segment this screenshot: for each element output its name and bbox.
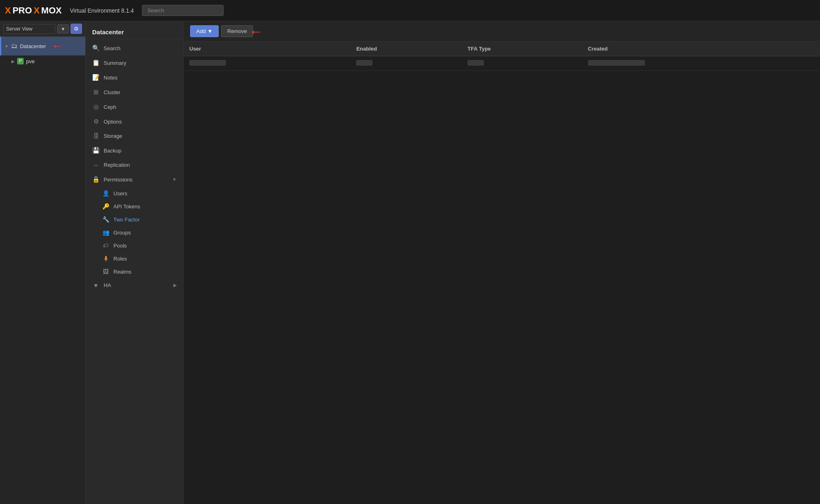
nav-item-storage[interactable]: 🗄 Storage (86, 129, 183, 143)
ha-chevron-right-icon: ▶ (173, 283, 177, 288)
nav-ha-label: HA (104, 282, 111, 288)
nav-options-label: Options (104, 119, 122, 125)
realms-nav-icon: 🖼 (102, 268, 109, 275)
col-enabled: Enabled (350, 42, 462, 56)
tfa-type-placeholder (468, 60, 484, 66)
left-sidebar: Server View ▼ ⚙ ▼ 🗂 Datacenter ← ▶ P pve (0, 21, 86, 504)
nav-summary-label: Summary (104, 60, 126, 66)
subnav-item-realms[interactable]: 🖼 Realms (86, 265, 183, 278)
datacenter-chevron-icon: ▼ (4, 44, 9, 49)
nav-item-replication[interactable]: ↔ Replication (86, 158, 183, 172)
nav-roles-label: Roles (113, 256, 127, 262)
toolbar-arrow-indicator: ← (249, 23, 264, 40)
pve-icon: P (17, 58, 24, 64)
app-title: Virtual Environment 8.1.4 (70, 7, 134, 14)
api-tokens-nav-icon: 🔑 (102, 203, 109, 210)
logo-mox: MOX (41, 5, 62, 16)
roles-nav-icon: 🧍 (102, 255, 109, 262)
nav-item-summary[interactable]: 📋 Summary (86, 55, 183, 70)
main-layout: Server View ▼ ⚙ ▼ 🗂 Datacenter ← ▶ P pve… (0, 21, 820, 504)
logo-x: X (5, 5, 11, 16)
tree-item-pve[interactable]: ▶ P pve (0, 55, 85, 67)
nav-ceph-label: Ceph (104, 104, 116, 110)
logo-pro: PRO (13, 5, 32, 16)
nav-cluster-label: Cluster (104, 89, 120, 95)
add-label: Add (196, 28, 206, 34)
datacenter-icon: 🗂 (11, 42, 18, 50)
two-factor-table: User Enabled TFA Type Created (184, 42, 820, 71)
remove-button[interactable]: Remove (221, 25, 253, 37)
nav-item-ha[interactable]: ♥ HA ▶ (86, 278, 183, 292)
topbar: X PRO X MOX Virtual Environment 8.1.4 (0, 0, 820, 21)
users-nav-icon: 👤 (102, 190, 109, 197)
datacenter-label: Datacenter (20, 43, 46, 49)
toolbar: Add ▼ ← Remove (184, 21, 820, 42)
add-button[interactable]: Add ▼ (190, 25, 219, 37)
subnav-item-api-tokens[interactable]: 🔑 API Tokens (86, 200, 183, 213)
col-tfa-type: TFA Type (462, 42, 582, 56)
datacenter-nav-header: Datacenter (86, 24, 183, 39)
nav-item-search[interactable]: 🔍 Search (86, 41, 183, 55)
datacenter-arrow-indicator: ← (52, 40, 63, 53)
cell-created (582, 56, 820, 71)
nav-item-cluster[interactable]: ⊞ Cluster (86, 85, 183, 99)
nav-item-backup[interactable]: 💾 Backup (86, 143, 183, 158)
groups-nav-icon: 👥 (102, 229, 109, 236)
subnav-item-users[interactable]: 👤 Users (86, 187, 183, 200)
col-created: Created (582, 42, 820, 56)
nav-search-label: Search (104, 45, 120, 51)
options-nav-icon: ⚙ (92, 118, 100, 125)
server-view-gear-button[interactable]: ⚙ (71, 24, 82, 34)
server-view-bar: Server View ▼ ⚙ (0, 21, 85, 37)
subnav-item-roles[interactable]: 🧍 Roles (86, 252, 183, 265)
main-content: Add ▼ ← Remove User Enabled TFA Type Cre… (184, 21, 820, 504)
nav-api-tokens-label: API Tokens (113, 203, 140, 210)
cell-tfa-type (462, 56, 582, 71)
topbar-search-input[interactable] (142, 5, 224, 16)
nav-permissions-label: Permissions (104, 177, 133, 183)
enabled-placeholder (356, 60, 372, 66)
nav-replication-label: Replication (104, 162, 130, 168)
nav-realms-label: Realms (113, 269, 131, 275)
summary-nav-icon: 📋 (92, 59, 100, 66)
server-view-dropdown-button[interactable]: ▼ (57, 24, 69, 33)
notes-nav-icon: 📝 (92, 74, 100, 81)
created-placeholder (588, 60, 645, 66)
server-view-select[interactable]: Server View (3, 24, 55, 34)
cluster-nav-icon: ⊞ (92, 88, 100, 96)
nav-item-ceph[interactable]: ◎ Ceph (86, 99, 183, 114)
pve-label: pve (26, 58, 35, 64)
permissions-nav-icon: 🔒 (92, 176, 100, 183)
add-chevron-icon: ▼ (207, 28, 213, 34)
cell-enabled (350, 56, 462, 71)
permissions-chevron-icon: ▼ (172, 177, 177, 182)
tree-item-datacenter[interactable]: ▼ 🗂 Datacenter ← (0, 37, 85, 55)
nav-backup-label: Backup (104, 148, 121, 154)
nav-users-label: Users (113, 190, 127, 197)
ceph-nav-icon: ◎ (92, 103, 100, 111)
subnav-item-pools[interactable]: 🏷 Pools (86, 239, 183, 252)
cell-user (184, 56, 350, 71)
subnav-item-groups[interactable]: 👥 Groups (86, 226, 183, 239)
nav-two-factor-label: Two Factor (113, 217, 140, 223)
ha-nav-icon: ♥ (92, 282, 100, 289)
nav-storage-label: Storage (104, 133, 122, 139)
nav-pools-label: Pools (113, 243, 127, 249)
nav-item-options[interactable]: ⚙ Options (86, 114, 183, 129)
nav-item-notes[interactable]: 📝 Notes (86, 70, 183, 85)
replication-nav-icon: ↔ (92, 161, 100, 168)
center-nav: Datacenter 🔍 Search 📋 Summary 📝 Notes ⊞ … (86, 21, 184, 504)
logo-x2: X (33, 5, 40, 16)
user-placeholder (189, 60, 226, 66)
subnav-item-two-factor[interactable]: 🔧 Two Factor ← (86, 213, 183, 226)
nav-groups-label: Groups (113, 230, 131, 236)
table-header-row: User Enabled TFA Type Created (184, 42, 820, 56)
two-factor-nav-icon: 🔧 (102, 216, 109, 223)
col-user: User (184, 42, 350, 56)
remove-label: Remove (227, 28, 247, 34)
pve-chevron-icon: ▶ (11, 59, 15, 64)
nav-item-permissions[interactable]: 🔒 Permissions ▼ (86, 172, 183, 187)
storage-nav-icon: 🗄 (92, 133, 100, 139)
nav-notes-label: Notes (104, 75, 117, 81)
table-row[interactable] (184, 56, 820, 71)
